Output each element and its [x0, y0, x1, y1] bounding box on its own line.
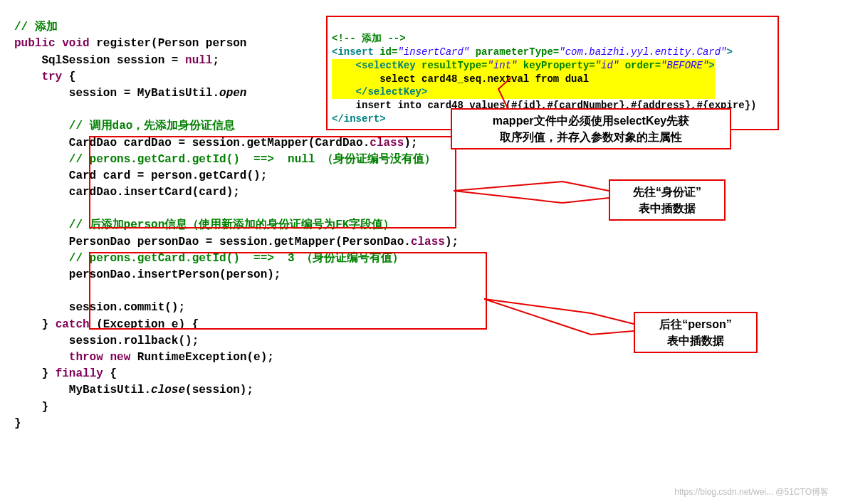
method-sig: register(Person person — [90, 37, 247, 50]
kw-void: void — [62, 37, 89, 50]
close-call: MyBatisUtil. — [69, 384, 151, 397]
open-session: session = MyBatisUtil. — [69, 87, 219, 100]
comment-null: // perons.getCard.getId() ==> null （身份证编… — [69, 153, 436, 166]
comment-person: // 后添加person信息（使用新添加的身份证编号为FK字段值） — [69, 219, 395, 231]
kw-catch: catch — [56, 318, 90, 331]
callout-mapper: mapper文件中必须使用selectKey先获 取序列值，并存入参数对象的主属… — [451, 108, 731, 149]
callout-card: 先往“身份证” 表中插数据 — [609, 179, 726, 221]
kw-null: null — [185, 54, 212, 67]
watermark: https://blog.csdn.net/wei... @51CTO博客 — [674, 486, 829, 498]
kw-finally: finally — [56, 367, 103, 380]
sqlsession-decl: SqlSession session = — [41, 54, 185, 67]
persondao-line: PersonDao personDao = session.getMapper(… — [69, 236, 411, 248]
card-line: Card card = person.getCard(); — [69, 169, 267, 182]
comment-add: // 添加 — [14, 21, 58, 33]
carddao-line: CardDao cardDao = session.getMapper(Card… — [69, 137, 370, 149]
kw-public: public — [14, 37, 56, 50]
kw-throw: throw — [69, 351, 103, 364]
rollback: session.rollback(); — [69, 335, 199, 347]
kw-new: new — [110, 351, 130, 364]
xml-comment: <!-- 添加 --> — [332, 33, 406, 44]
comment-id3: // perons.getCard.getId() ==> 3 （身份证编号有值… — [69, 252, 404, 265]
insert-person: personDao.insertPerson(person); — [69, 268, 281, 281]
callout-person: 后往“person” 表中插数据 — [634, 312, 758, 353]
xml-selectkey-highlight: <selectKey resultType="int" keyProperty=… — [332, 59, 715, 100]
commit: session.commit(); — [69, 301, 185, 314]
kw-try: try — [41, 70, 62, 83]
comment-dao: // 调用dao，先添加身份证信息 — [69, 120, 236, 132]
insert-card: cardDao.insertCard(card); — [69, 186, 240, 199]
